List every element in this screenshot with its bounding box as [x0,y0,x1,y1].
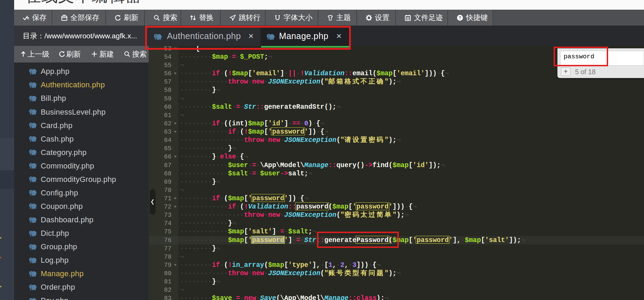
svg-text:?: ? [458,15,461,20]
